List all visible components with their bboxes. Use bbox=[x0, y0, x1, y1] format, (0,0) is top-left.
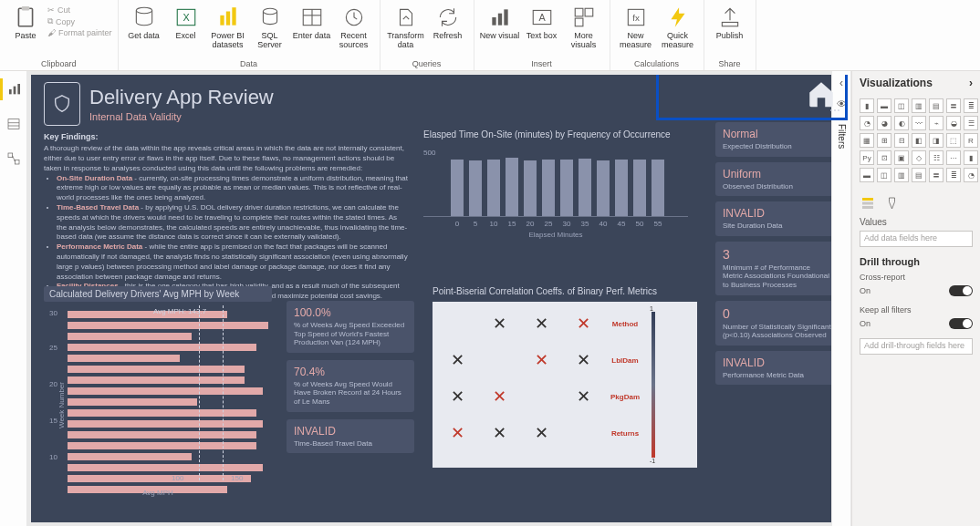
more-visuals-button[interactable]: More visuals bbox=[564, 4, 604, 57]
visual-type-icon[interactable]: 〓 bbox=[929, 168, 944, 182]
visual-type-icon[interactable]: ⋯ bbox=[946, 150, 961, 165]
elapsed-time-chart[interactable]: Elasped Time On-Site (minutes) by Freque… bbox=[423, 129, 688, 239]
kpi-card[interactable]: 0Number of Statistically Significant (p<… bbox=[715, 301, 839, 346]
bar[interactable] bbox=[633, 160, 646, 216]
visual-options-icon[interactable]: ⋯ bbox=[829, 104, 840, 117]
enter-data-button[interactable]: Enter data bbox=[292, 4, 332, 57]
bar[interactable] bbox=[524, 160, 537, 216]
bar[interactable] bbox=[652, 160, 664, 217]
recent-sources-button[interactable]: Recent sources bbox=[334, 4, 374, 57]
format-tab-icon[interactable] bbox=[885, 195, 902, 211]
excel-button[interactable]: XExcel bbox=[166, 4, 206, 57]
bar[interactable] bbox=[68, 464, 263, 471]
bar[interactable] bbox=[487, 160, 500, 217]
visual-type-icon[interactable]: 〓 bbox=[946, 98, 961, 113]
visual-type-icon[interactable]: ⊡ bbox=[877, 150, 891, 165]
paste-button[interactable]: Paste bbox=[5, 4, 46, 57]
visual-type-icon[interactable]: ⊞ bbox=[877, 133, 891, 148]
bar[interactable] bbox=[68, 322, 268, 329]
visual-type-icon[interactable]: ◐ bbox=[894, 116, 909, 130]
visual-type-icon[interactable]: ◧ bbox=[912, 133, 926, 148]
copy-button[interactable]: ⧉Copy bbox=[47, 16, 112, 26]
drillthrough-field-well[interactable]: Add drill-through fields here bbox=[860, 338, 973, 355]
visual-type-icon[interactable]: 〰 bbox=[912, 116, 926, 130]
kpi-card[interactable]: INVALIDSite Duration Data bbox=[715, 201, 839, 236]
visual-type-icon[interactable]: ≣ bbox=[964, 98, 978, 113]
visual-type-icon[interactable]: ◇ bbox=[912, 150, 926, 165]
visual-type-icon[interactable]: ▮ bbox=[860, 98, 874, 113]
keep-filters-toggle[interactable] bbox=[949, 318, 973, 329]
visual-type-icon[interactable]: ◕ bbox=[877, 116, 891, 130]
visual-type-icon[interactable]: ☷ bbox=[929, 150, 944, 165]
kpi-card[interactable]: 100.0%% of Weeks Avg Speed Exceeded Top … bbox=[287, 301, 414, 353]
text-box-button[interactable]: AText box bbox=[522, 4, 562, 57]
kpi-card[interactable]: INVALIDPerformance Metric Data bbox=[715, 351, 839, 386]
kpi-card[interactable]: 3Minimum # of Performance Metric Associa… bbox=[715, 242, 839, 295]
format-painter-button[interactable]: 🖌Format painter bbox=[47, 28, 112, 37]
visual-type-icon[interactable]: Py bbox=[860, 150, 874, 165]
publish-button[interactable]: Publish bbox=[710, 4, 750, 57]
sql-server-button[interactable]: SQL Server bbox=[250, 4, 290, 57]
visual-type-icon[interactable]: ◨ bbox=[929, 133, 944, 148]
visual-type-icon[interactable]: ▮ bbox=[964, 150, 978, 165]
cross-report-toggle[interactable] bbox=[949, 285, 973, 296]
visual-type-icon[interactable]: ▤ bbox=[912, 168, 926, 182]
visual-type-icon[interactable]: ≣ bbox=[946, 168, 961, 182]
kpi-card[interactable]: NormalExpected Distribution bbox=[715, 122, 839, 157]
bar[interactable] bbox=[579, 159, 591, 216]
kpi-card[interactable]: 70.4%% of Weeks Avg Speed Would Have Bro… bbox=[287, 360, 414, 412]
chevron-right-icon[interactable]: › bbox=[969, 77, 973, 89]
bar[interactable] bbox=[68, 442, 256, 449]
cut-button[interactable]: ✂Cut bbox=[47, 5, 112, 15]
bar[interactable] bbox=[597, 160, 610, 216]
filters-pane-collapsed[interactable]: ‹ 👁 Filters bbox=[831, 71, 851, 526]
bar[interactable] bbox=[68, 431, 256, 438]
visual-type-icon[interactable]: ◔ bbox=[964, 168, 978, 182]
visual-type-icon[interactable]: ▬ bbox=[860, 168, 874, 182]
bar[interactable] bbox=[68, 355, 180, 362]
visual-type-icon[interactable]: ◔ bbox=[860, 116, 874, 130]
visual-type-icon[interactable]: ◫ bbox=[877, 168, 891, 182]
transform-data-button[interactable]: Transform data bbox=[386, 4, 426, 57]
report-view-icon[interactable] bbox=[0, 78, 27, 100]
bar[interactable] bbox=[506, 158, 518, 216]
visual-type-icon[interactable]: ☰ bbox=[964, 116, 978, 130]
pbi-datasets-button[interactable]: Power BI datasets bbox=[208, 4, 248, 57]
correlation-matrix[interactable]: Point-Biserial Correlation Coeffs. of Bi… bbox=[433, 286, 697, 468]
visual-type-icon[interactable]: ⬚ bbox=[946, 133, 961, 148]
bar[interactable] bbox=[68, 409, 256, 417]
model-view-icon[interactable] bbox=[0, 148, 27, 170]
new-visual-button[interactable]: New visual bbox=[480, 4, 520, 57]
mph-chart[interactable]: Calculated Delivery Drivers' Avg MPH by … bbox=[44, 286, 272, 497]
kpi-card[interactable]: UniformObserved Distribution bbox=[715, 162, 839, 197]
visual-type-icon[interactable]: ▬ bbox=[877, 98, 891, 113]
bar[interactable] bbox=[68, 387, 263, 395]
bar[interactable] bbox=[68, 398, 197, 406]
bar[interactable] bbox=[615, 160, 628, 217]
visual-type-icon[interactable]: ◫ bbox=[894, 98, 909, 113]
visual-type-icon[interactable]: ▥ bbox=[912, 98, 926, 113]
bar[interactable] bbox=[451, 160, 464, 217]
report-page[interactable]: Return to home screen. ⋯ Delivery App Re… bbox=[31, 75, 848, 522]
data-view-icon[interactable] bbox=[0, 113, 27, 135]
quick-measure-button[interactable]: Quick measure bbox=[658, 4, 698, 57]
bar[interactable] bbox=[469, 160, 482, 216]
bar[interactable] bbox=[68, 453, 192, 460]
bar[interactable] bbox=[560, 160, 573, 216]
visual-type-icon[interactable]: ⌁ bbox=[929, 116, 944, 130]
get-data-button[interactable]: Get data bbox=[124, 4, 164, 57]
fields-tab-icon[interactable] bbox=[860, 195, 876, 211]
visual-type-icon[interactable]: ▤ bbox=[929, 98, 944, 113]
bar[interactable] bbox=[542, 160, 555, 217]
bar[interactable] bbox=[68, 420, 263, 428]
refresh-button[interactable]: Refresh bbox=[428, 4, 468, 57]
kpi-card[interactable]: INVALIDTime-Based Travel Data bbox=[287, 419, 414, 454]
visual-type-icon[interactable]: R bbox=[964, 133, 978, 148]
bar[interactable] bbox=[68, 366, 245, 373]
new-measure-button[interactable]: fxNew measure bbox=[616, 4, 656, 57]
visual-type-icon[interactable]: ⊟ bbox=[894, 133, 909, 148]
visual-type-icon[interactable]: ▣ bbox=[894, 150, 909, 165]
values-field-well[interactable]: Add data fields here bbox=[860, 231, 973, 247]
visual-type-icon[interactable]: ◒ bbox=[946, 116, 961, 130]
visual-type-icon[interactable]: ▥ bbox=[894, 168, 909, 182]
